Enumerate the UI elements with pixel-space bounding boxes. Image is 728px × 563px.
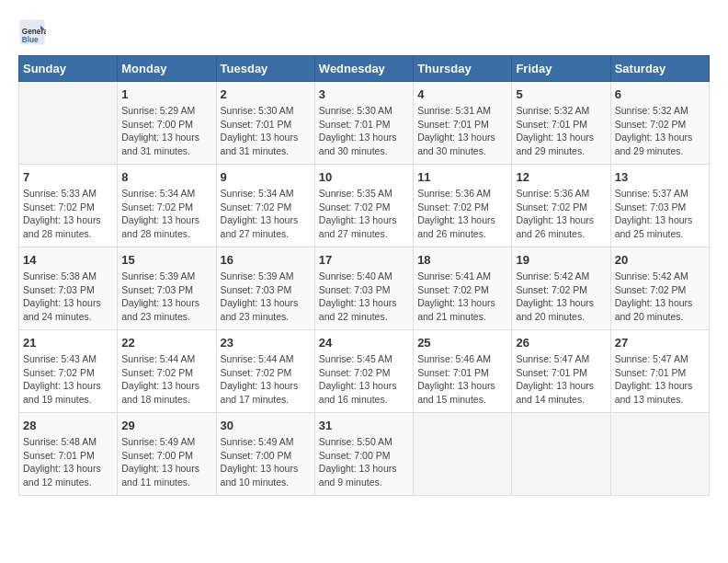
calendar-cell: 13Sunrise: 5:37 AMSunset: 7:03 PMDayligh… — [610, 165, 709, 247]
calendar-cell — [19, 82, 118, 165]
day-info: Sunrise: 5:44 AMSunset: 7:02 PMDaylight:… — [121, 352, 211, 407]
calendar-cell: 29Sunrise: 5:49 AMSunset: 7:00 PMDayligh… — [118, 413, 216, 496]
day-number: 16 — [221, 253, 311, 267]
calendar-cell: 23Sunrise: 5:44 AMSunset: 7:02 PMDayligh… — [216, 330, 314, 413]
calendar-cell: 6Sunrise: 5:32 AMSunset: 7:02 PMDaylight… — [610, 82, 709, 165]
day-info: Sunrise: 5:40 AMSunset: 7:03 PMDaylight:… — [319, 270, 409, 324]
calendar-header-row: SundayMondayTuesdayWednesdayThursdayFrid… — [19, 56, 710, 82]
calendar-cell: 14Sunrise: 5:38 AMSunset: 7:03 PMDayligh… — [19, 247, 118, 330]
day-number: 29 — [121, 419, 211, 432]
day-info: Sunrise: 5:38 AMSunset: 7:03 PMDaylight:… — [23, 270, 113, 324]
day-info: Sunrise: 5:36 AMSunset: 7:02 PMDaylight:… — [417, 187, 507, 241]
day-header-sunday: Sunday — [19, 56, 118, 82]
calendar-cell: 26Sunrise: 5:47 AMSunset: 7:01 PMDayligh… — [512, 330, 610, 413]
calendar-week-row: 7Sunrise: 5:33 AMSunset: 7:02 PMDaylight… — [19, 165, 710, 247]
day-number: 19 — [516, 253, 606, 267]
calendar-cell: 16Sunrise: 5:39 AMSunset: 7:03 PMDayligh… — [216, 247, 314, 330]
day-info: Sunrise: 5:39 AMSunset: 7:03 PMDaylight:… — [221, 270, 311, 324]
day-number: 13 — [615, 170, 705, 184]
day-number: 2 — [221, 87, 311, 101]
day-number: 22 — [121, 336, 211, 350]
day-number: 12 — [516, 170, 606, 184]
calendar-cell: 24Sunrise: 5:45 AMSunset: 7:02 PMDayligh… — [314, 330, 413, 413]
day-info: Sunrise: 5:47 AMSunset: 7:01 PMDaylight:… — [615, 352, 705, 407]
day-number: 17 — [319, 253, 409, 267]
day-info: Sunrise: 5:49 AMSunset: 7:00 PMDaylight:… — [221, 435, 311, 489]
calendar-cell: 27Sunrise: 5:47 AMSunset: 7:01 PMDayligh… — [610, 330, 709, 413]
calendar-cell: 1Sunrise: 5:29 AMSunset: 7:00 PMDaylight… — [118, 82, 216, 165]
day-info: Sunrise: 5:34 AMSunset: 7:02 PMDaylight:… — [121, 187, 211, 241]
calendar-cell — [512, 413, 610, 496]
day-number: 4 — [417, 87, 507, 101]
calendar-cell: 7Sunrise: 5:33 AMSunset: 7:02 PMDaylight… — [19, 165, 118, 247]
day-info: Sunrise: 5:34 AMSunset: 7:02 PMDaylight:… — [221, 187, 311, 241]
day-info: Sunrise: 5:41 AMSunset: 7:02 PMDaylight:… — [417, 270, 507, 324]
day-info: Sunrise: 5:36 AMSunset: 7:02 PMDaylight:… — [516, 187, 606, 241]
day-info: Sunrise: 5:29 AMSunset: 7:00 PMDaylight:… — [121, 104, 211, 158]
calendar-cell: 31Sunrise: 5:50 AMSunset: 7:00 PMDayligh… — [314, 413, 413, 496]
day-number: 1 — [121, 87, 211, 101]
day-number: 8 — [121, 170, 211, 184]
day-info: Sunrise: 5:35 AMSunset: 7:02 PMDaylight:… — [319, 187, 409, 241]
calendar-cell — [414, 413, 512, 496]
calendar-cell: 30Sunrise: 5:49 AMSunset: 7:00 PMDayligh… — [216, 413, 314, 496]
calendar-cell: 17Sunrise: 5:40 AMSunset: 7:03 PMDayligh… — [314, 247, 413, 330]
day-info: Sunrise: 5:30 AMSunset: 7:01 PMDaylight:… — [221, 104, 311, 158]
calendar-week-row: 28Sunrise: 5:48 AMSunset: 7:01 PMDayligh… — [19, 413, 710, 496]
day-number: 15 — [121, 253, 211, 267]
day-info: Sunrise: 5:44 AMSunset: 7:02 PMDaylight:… — [221, 352, 311, 407]
day-number: 30 — [221, 419, 311, 432]
page-header: General Blue — [18, 18, 710, 46]
day-number: 6 — [615, 87, 705, 101]
day-number: 27 — [615, 336, 705, 350]
day-info: Sunrise: 5:42 AMSunset: 7:02 PMDaylight:… — [516, 270, 606, 324]
calendar-week-row: 21Sunrise: 5:43 AMSunset: 7:02 PMDayligh… — [19, 330, 710, 413]
day-info: Sunrise: 5:46 AMSunset: 7:01 PMDaylight:… — [417, 352, 507, 407]
day-info: Sunrise: 5:39 AMSunset: 7:03 PMDaylight:… — [121, 270, 211, 324]
day-info: Sunrise: 5:43 AMSunset: 7:02 PMDaylight:… — [23, 352, 113, 407]
calendar-cell: 15Sunrise: 5:39 AMSunset: 7:03 PMDayligh… — [118, 247, 216, 330]
calendar-cell: 22Sunrise: 5:44 AMSunset: 7:02 PMDayligh… — [118, 330, 216, 413]
calendar-cell: 20Sunrise: 5:42 AMSunset: 7:02 PMDayligh… — [610, 247, 709, 330]
day-number: 5 — [516, 87, 606, 101]
calendar-cell: 18Sunrise: 5:41 AMSunset: 7:02 PMDayligh… — [414, 247, 512, 330]
day-number: 28 — [23, 419, 113, 432]
day-number: 11 — [417, 170, 507, 184]
calendar-cell: 2Sunrise: 5:30 AMSunset: 7:01 PMDaylight… — [216, 82, 314, 165]
day-info: Sunrise: 5:32 AMSunset: 7:01 PMDaylight:… — [516, 104, 606, 158]
day-header-wednesday: Wednesday — [314, 56, 413, 82]
day-info: Sunrise: 5:31 AMSunset: 7:01 PMDaylight:… — [417, 104, 507, 158]
day-number: 23 — [221, 336, 311, 350]
day-info: Sunrise: 5:32 AMSunset: 7:02 PMDaylight:… — [615, 104, 705, 158]
day-info: Sunrise: 5:48 AMSunset: 7:01 PMDaylight:… — [23, 435, 113, 489]
calendar-week-row: 1Sunrise: 5:29 AMSunset: 7:00 PMDaylight… — [19, 82, 710, 165]
calendar-week-row: 14Sunrise: 5:38 AMSunset: 7:03 PMDayligh… — [19, 247, 710, 330]
day-number: 26 — [516, 336, 606, 350]
calendar-cell — [610, 413, 709, 496]
calendar-cell: 9Sunrise: 5:34 AMSunset: 7:02 PMDaylight… — [216, 165, 314, 247]
day-number: 7 — [23, 170, 113, 184]
logo: General Blue — [18, 18, 50, 46]
calendar-table: SundayMondayTuesdayWednesdayThursdayFrid… — [18, 55, 710, 496]
day-number: 10 — [319, 170, 409, 184]
day-info: Sunrise: 5:33 AMSunset: 7:02 PMDaylight:… — [23, 187, 113, 241]
day-header-friday: Friday — [512, 56, 610, 82]
logo-icon: General Blue — [18, 18, 46, 46]
day-number: 21 — [23, 336, 113, 350]
day-info: Sunrise: 5:47 AMSunset: 7:01 PMDaylight:… — [516, 352, 606, 407]
day-number: 14 — [23, 253, 113, 267]
day-number: 9 — [221, 170, 311, 184]
day-info: Sunrise: 5:37 AMSunset: 7:03 PMDaylight:… — [615, 187, 705, 241]
day-number: 20 — [615, 253, 705, 267]
day-header-tuesday: Tuesday — [216, 56, 314, 82]
calendar-cell: 4Sunrise: 5:31 AMSunset: 7:01 PMDaylight… — [414, 82, 512, 165]
calendar-cell: 8Sunrise: 5:34 AMSunset: 7:02 PMDaylight… — [118, 165, 216, 247]
day-info: Sunrise: 5:50 AMSunset: 7:00 PMDaylight:… — [319, 435, 409, 489]
day-header-saturday: Saturday — [610, 56, 709, 82]
calendar-cell: 12Sunrise: 5:36 AMSunset: 7:02 PMDayligh… — [512, 165, 610, 247]
day-number: 3 — [319, 87, 409, 101]
day-number: 31 — [319, 419, 409, 432]
calendar-cell: 11Sunrise: 5:36 AMSunset: 7:02 PMDayligh… — [414, 165, 512, 247]
calendar-cell: 5Sunrise: 5:32 AMSunset: 7:01 PMDaylight… — [512, 82, 610, 165]
calendar-cell: 21Sunrise: 5:43 AMSunset: 7:02 PMDayligh… — [19, 330, 118, 413]
